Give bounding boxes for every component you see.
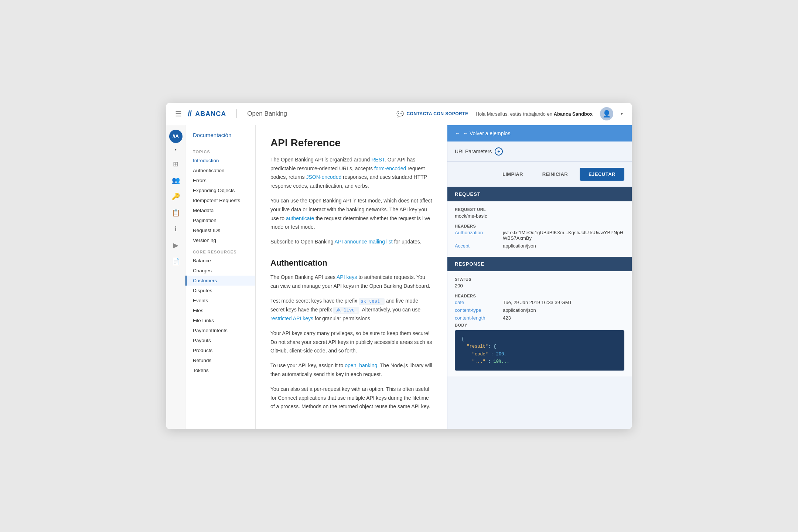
nav-item-charges[interactable]: Charges (185, 266, 255, 276)
doc-p7: To use your API key, assign it to open_b… (270, 361, 432, 379)
nav-item-disputes[interactable]: Disputes (185, 286, 255, 296)
key-icon: 🔑 (172, 192, 180, 201)
nav-item-customers[interactable]: Customers (185, 276, 255, 286)
accept-header-key: Accept (455, 243, 495, 249)
dashboard-icon: ⊞ (173, 160, 178, 168)
content-type-value: application/json (503, 307, 536, 313)
nav-item-file-links[interactable]: File Links (185, 316, 255, 325)
restricted-api-keys-link[interactable]: restricted API keys (270, 316, 313, 321)
hamburger-icon[interactable]: ☰ (175, 109, 182, 118)
ejecutar-button[interactable]: EJECUTAR (580, 168, 624, 181)
mailing-list-link[interactable]: API announce mailing list (335, 239, 393, 245)
limpiar-button[interactable]: LIMPIAR (495, 168, 531, 180)
nav-item-request-ids[interactable]: Request IDs (185, 225, 255, 235)
nav-item-introduction[interactable]: Introduction (185, 156, 255, 166)
app-window: ☰ // ABANCA Open Banking 💬 CONTACTA CON … (166, 103, 632, 429)
doc-p5: Test mode secret keys have the prefix sk… (270, 297, 432, 323)
json-encoded-link[interactable]: JSON-encoded (306, 174, 342, 180)
response-body: STATUS 200 HEADERS date Tue, 29 Jan 2019… (447, 271, 632, 377)
back-to-examples-button[interactable]: ← ← Volver a ejemplos (447, 125, 632, 141)
doc-p2: You can use the Open Banking API in test… (270, 197, 432, 232)
sidebar-item-docs[interactable]: 📋 (169, 206, 183, 219)
sidebar-item-play[interactable]: ▶ (169, 239, 183, 252)
avatar: 👤 (600, 107, 613, 120)
nav-item-balance[interactable]: Balance (185, 256, 255, 266)
status-label: STATUS (455, 277, 624, 282)
sidebar-logo-text: //A (173, 133, 179, 139)
request-url-label: REQUEST URL (455, 207, 624, 212)
nav-item-idempotent-requests[interactable]: Idempotent Requests (185, 195, 255, 205)
brand-name: ABANCA (195, 110, 226, 118)
nav-item-tokens[interactable]: Tokens (185, 365, 255, 375)
topbar: ☰ // ABANCA Open Banking 💬 CONTACTA CON … (166, 103, 632, 125)
sidebar-item-dashboard[interactable]: ⊞ (169, 157, 183, 171)
topbar-right: 💬 CONTACTA CON SOPORTE Hola Marsellus, e… (396, 107, 623, 120)
resp-headers-label: HEADERS (455, 294, 624, 298)
nav-item-pagination[interactable]: Pagination (185, 215, 255, 225)
doc-content: API Reference The Open Banking API is or… (256, 125, 447, 429)
doc-p3: Subscribe to Open Banking API announce m… (270, 238, 432, 246)
uri-label: URI Parameters (455, 149, 492, 154)
back-label: ← Volver a ejemplos (463, 130, 510, 136)
brand-divider (236, 109, 237, 118)
nav-item-files[interactable]: Files (185, 306, 255, 316)
auth-heading: Authentication (270, 258, 432, 268)
sidebar-item-users[interactable]: 👥 (169, 174, 183, 187)
action-buttons: LIMPIAR REINICIAR EJECUTAR (447, 162, 632, 187)
status-value: 200 (455, 283, 624, 289)
document-icon: 📋 (172, 209, 180, 217)
contact-support-button[interactable]: 💬 CONTACTA CON SOPORTE (396, 110, 468, 117)
sidebar-item-keys[interactable]: 🔑 (169, 190, 183, 203)
content-length-value: 423 (503, 315, 511, 321)
rest-link[interactable]: REST (371, 157, 385, 163)
content-area: API Reference The Open Banking API is or… (256, 125, 632, 429)
contact-label: CONTACTA CON SOPORTE (406, 111, 468, 116)
content-length-key: content-length (455, 315, 495, 321)
user-greeting: Hola Marsellus, estás trabajando en Aban… (476, 111, 593, 117)
reiniciar-button[interactable]: REINICIAR (535, 168, 575, 180)
open-banking-link[interactable]: open_banking (345, 362, 377, 368)
sidebar-item-info[interactable]: ℹ (169, 222, 183, 236)
nav-item-authentication[interactable]: Authentication (185, 166, 255, 175)
main-layout: //A ▾ ⊞ 👥 🔑 📋 ℹ ▶ 📄 Documentación TOPICS… (166, 125, 632, 429)
request-url-value: mock/me-basic (455, 213, 624, 219)
sidebar-collapse-arrow[interactable]: ▾ (175, 147, 177, 151)
content-length-header-row: content-length 423 (455, 315, 624, 321)
authenticate-link[interactable]: authenticate (286, 215, 314, 221)
nav-item-events[interactable]: Events (185, 296, 255, 306)
nav-sidebar: Documentación TOPICS Introduction Authen… (185, 125, 256, 429)
nav-item-payment-intents[interactable]: PaymentIntents (185, 325, 255, 335)
accept-header-value: application/json (503, 243, 536, 249)
doc-p6: Your API keys carry many privileges, so … (270, 329, 432, 355)
sidebar-logo[interactable]: //A (169, 130, 183, 143)
brand-logo: // (188, 109, 191, 119)
sk-test-code: sk_test_ (359, 298, 385, 305)
date-header-row: date Tue, 29 Jan 2019 16:33:39 GMT (455, 300, 624, 305)
nav-item-errors[interactable]: Errors (185, 175, 255, 185)
doc-p4: The Open Banking API uses API keys to au… (270, 273, 432, 291)
add-uri-parameter-button[interactable]: + (495, 147, 503, 156)
nav-item-metadata[interactable]: Metadata (185, 205, 255, 215)
authorization-header-value: jwt eJxt1MeOq1gUBdBfKXm...KqshJctUTsUwwY… (503, 230, 624, 241)
response-section-header: RESPONSE (447, 257, 632, 271)
response-code-block: { "result": { "code" : 200, "..." : 10%.… (455, 330, 624, 371)
code-line-4: "..." : 10%... (461, 358, 618, 365)
date-header-key: date (455, 300, 495, 305)
code-line-3: "code" : 200, (461, 351, 618, 358)
icon-sidebar: //A ▾ ⊞ 👥 🔑 📋 ℹ ▶ 📄 (166, 125, 185, 429)
api-keys-link[interactable]: API keys (337, 274, 357, 280)
form-encoded-link[interactable]: form-encoded (374, 166, 406, 171)
body-label: BODY (455, 323, 624, 327)
nav-item-products[interactable]: Products (185, 345, 255, 355)
nav-item-refunds[interactable]: Refunds (185, 355, 255, 365)
nav-item-expanding-objects[interactable]: Expanding Objects (185, 185, 255, 195)
user-dropdown-arrow[interactable]: ▾ (621, 111, 623, 116)
back-arrow-icon: ← (455, 130, 460, 136)
play-icon: ▶ (173, 241, 178, 249)
brand-sub: Open Banking (247, 110, 287, 117)
nav-item-versioning[interactable]: Versioning (185, 235, 255, 245)
sidebar-item-file[interactable]: 📄 (169, 255, 183, 268)
nav-item-payouts[interactable]: Payouts (185, 335, 255, 345)
doc-p8: You can also set a per-request key with … (270, 385, 432, 411)
sk-live-code: sk_live_ (333, 307, 359, 314)
